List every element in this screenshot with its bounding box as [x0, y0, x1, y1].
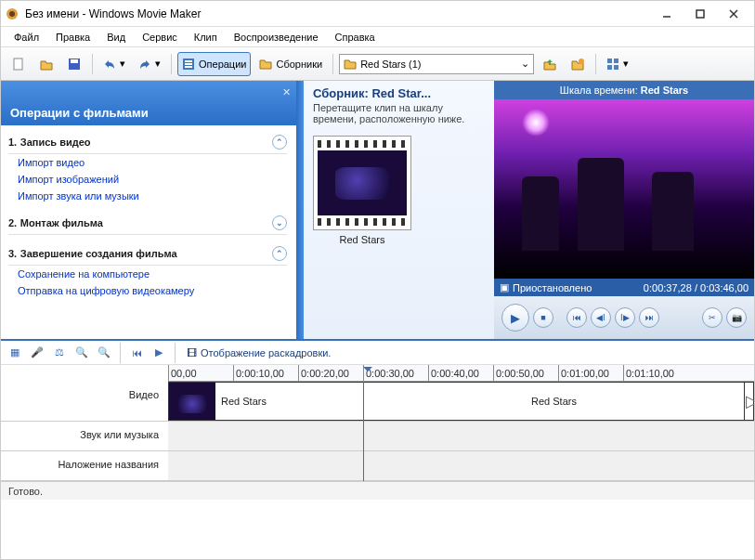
task-link-save-computer[interactable]: Сохранение на компьютере: [8, 266, 287, 282]
timeline-clip[interactable]: Red Stars: [169, 383, 364, 420]
undo-button[interactable]: ▾: [98, 52, 130, 76]
task-num: 2.: [8, 217, 17, 228]
step-forward-button[interactable]: Ⅰ▶: [615, 307, 635, 328]
svg-rect-10: [185, 60, 192, 62]
collection-selected: Red Stars (1): [360, 59, 421, 70]
task-head-capture[interactable]: 1. Запись видео ⌃: [8, 131, 287, 154]
track-video: Видео Red Stars Red Stars ▷: [1, 382, 754, 422]
tasks-banner-title: Операции с фильмами: [10, 106, 149, 120]
preview-header-prefix: Шкала времени:: [560, 85, 638, 96]
menu-help[interactable]: Справка: [328, 30, 383, 45]
task-head-finish[interactable]: 3. Завершение создания фильма ⌃: [8, 242, 287, 266]
play-button[interactable]: ▶: [501, 304, 529, 332]
timeline-show-button[interactable]: ▦: [7, 345, 23, 361]
new-button[interactable]: [7, 52, 31, 76]
chevron-down-icon: ▾: [155, 58, 161, 70]
track-audio-content[interactable]: [168, 422, 754, 450]
collections-button[interactable]: Сборники: [254, 52, 327, 76]
step-back-button[interactable]: ◀Ⅰ: [591, 307, 611, 328]
minimize-button[interactable]: [650, 4, 683, 24]
preview-status-text: Приостановлено: [513, 282, 592, 293]
chevron-down-icon: ▾: [120, 58, 125, 70]
menu-view[interactable]: Вид: [99, 30, 133, 45]
play-timeline-button[interactable]: ▶: [150, 345, 167, 361]
menu-playback[interactable]: Воспроизведение: [227, 30, 326, 45]
timeline-ruler[interactable]: 00,00 0:00:10,00 0:00:20,00 0:00:30,00 0…: [168, 365, 754, 382]
maximize-button[interactable]: [683, 4, 717, 24]
task-section-capture: 1. Запись видео ⌃ Импорт видео Импорт из…: [8, 131, 287, 204]
task-link-import-images[interactable]: Импорт изображений: [8, 171, 287, 188]
toolbar: ▾ ▾ Операции Сборники Red Stars (1) ⌄ ▾: [1, 47, 754, 81]
clip-name: Red Stars: [531, 396, 577, 407]
save-button[interactable]: [62, 52, 86, 76]
preview-controls: ▶ ■ ⏮ ◀Ⅰ Ⅰ▶ ⏭ ✂ 📷: [494, 296, 754, 339]
track-label-title: Наложение названия: [1, 451, 168, 480]
expand-icon[interactable]: ⌄: [272, 215, 287, 230]
track-video-content[interactable]: Red Stars Red Stars ▷: [168, 382, 754, 421]
close-button[interactable]: [717, 4, 750, 24]
task-title: Запись видео: [20, 137, 91, 148]
zoom-out-button[interactable]: 🔍: [96, 345, 112, 361]
snapshot-button[interactable]: 📷: [726, 307, 747, 328]
svg-rect-15: [614, 59, 618, 63]
statusbar: Готово.: [1, 481, 754, 500]
task-title: Завершение создания фильма: [20, 248, 177, 259]
task-link-import-audio[interactable]: Импорт звука или музыки: [8, 188, 287, 204]
toolbar-separator: [171, 54, 172, 74]
collection-dropdown[interactable]: Red Stars (1) ⌄: [339, 54, 534, 74]
task-section-edit: 2. Монтаж фильма ⌄: [8, 212, 287, 235]
menu-edit[interactable]: Правка: [48, 30, 98, 45]
ruler-tick: 0:00:40,00: [428, 365, 479, 381]
next-clip-button[interactable]: ⏭: [639, 307, 659, 328]
task-title: Монтаж фильма: [20, 217, 103, 228]
split-button[interactable]: ✂: [702, 307, 722, 328]
tasks-close-icon[interactable]: ✕: [282, 86, 291, 98]
tasks-body: 1. Запись видео ⌃ Импорт видео Импорт из…: [1, 125, 296, 339]
collapse-icon[interactable]: ⌃: [272, 246, 287, 261]
track-title-content[interactable]: [168, 451, 754, 480]
clip-thumbnail[interactable]: Red Stars: [313, 136, 411, 245]
toolbar-separator: [92, 54, 93, 74]
view-mode-button[interactable]: ▾: [602, 52, 633, 76]
timeline-area: ▦ 🎤 ⚖ 🔍 🔍 ⏮ ▶ 🎞 Отображение раскадровки.…: [1, 341, 754, 481]
task-link-send-camera[interactable]: Отправка на цифровую видеокамеру: [8, 282, 287, 299]
window-title: Без имени - Windows Movie Maker: [25, 7, 650, 20]
collapse-icon[interactable]: ⌃: [272, 135, 287, 150]
playhead[interactable]: [363, 365, 372, 381]
redo-button[interactable]: ▾: [134, 52, 165, 76]
menu-clip[interactable]: Клип: [187, 30, 225, 45]
storyboard-switch[interactable]: 🎞 Отображение раскадровки.: [183, 345, 334, 360]
operations-button[interactable]: Операции: [177, 52, 251, 76]
clip-label: Red Stars: [313, 234, 411, 245]
app-icon: [5, 7, 20, 21]
ruler-tick: 00,00: [168, 365, 197, 381]
open-button[interactable]: [34, 52, 59, 76]
audio-levels-button[interactable]: ⚖: [51, 345, 68, 361]
up-level-button[interactable]: [538, 52, 562, 76]
stop-button[interactable]: ■: [533, 307, 553, 328]
tracks: Видео Red Stars Red Stars ▷ Звук или муз…: [1, 382, 754, 481]
preview-pane: Шкала времени: Red Stars ▣ Приостановлен…: [494, 81, 754, 339]
task-link-import-video[interactable]: Импорт видео: [8, 154, 287, 171]
track-audio: Звук или музыка: [1, 422, 754, 451]
narrate-button[interactable]: 🎤: [29, 345, 46, 361]
collections-label: Сборники: [276, 59, 322, 70]
operations-label: Операции: [199, 59, 246, 70]
preview-header-name: Red Stars: [641, 85, 688, 96]
chevron-down-icon: ⌄: [521, 58, 529, 70]
menubar: Файл Правка Вид Сервис Клип Воспроизведе…: [1, 27, 754, 47]
zoom-in-button[interactable]: 🔍: [73, 345, 90, 361]
timeline-clip[interactable]: Red Stars: [364, 383, 745, 420]
new-folder-button[interactable]: [566, 52, 590, 76]
prev-clip-button[interactable]: ⏮: [566, 307, 587, 328]
preview-video[interactable]: [494, 99, 754, 279]
toolbar-separator: [332, 54, 333, 74]
track-label-audio: Звук или музыка: [1, 422, 168, 450]
svg-point-13: [579, 59, 584, 64]
task-head-edit[interactable]: 2. Монтаж фильма ⌄: [8, 212, 287, 235]
menu-tools[interactable]: Сервис: [135, 30, 185, 45]
svg-rect-3: [696, 10, 704, 18]
rewind-button[interactable]: ⏮: [128, 345, 145, 361]
menu-file[interactable]: Файл: [7, 30, 46, 45]
titlebar: Без имени - Windows Movie Maker: [1, 1, 754, 27]
